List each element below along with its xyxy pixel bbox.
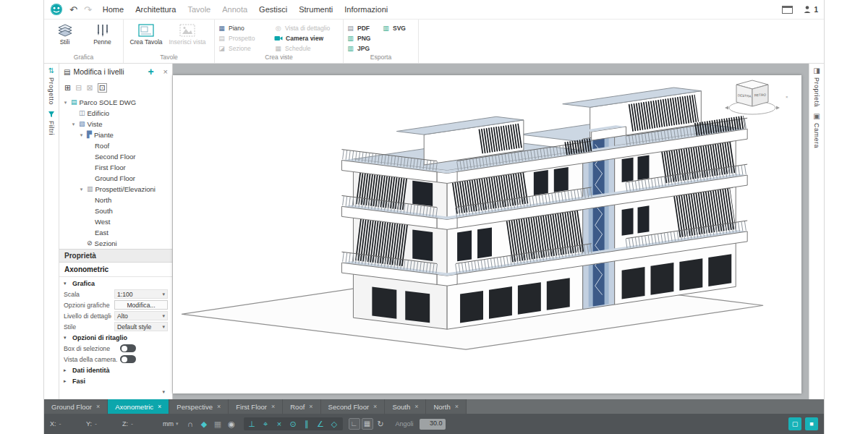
sezione-button[interactable]: ◪ Sezione (218, 44, 272, 53)
grid-icon[interactable]: ▦ (212, 418, 224, 430)
redo-icon[interactable]: ↷ (84, 5, 92, 14)
tree-caret-icon[interactable]: ▾ (62, 100, 69, 106)
close-tab-icon[interactable]: × (271, 403, 275, 410)
visibility-icon[interactable]: ◉ (226, 418, 238, 430)
inserisci-vista-button[interactable]: Inserisci vista (168, 22, 207, 46)
snap-parallel-icon[interactable]: ∥ (301, 418, 313, 430)
view-tab-perspective[interactable]: Perspective× (169, 399, 229, 414)
zoom-selection-icon[interactable]: ⊡ (98, 83, 107, 93)
prop-dropdown-scala[interactable]: 1:100▾ (114, 289, 168, 299)
menu-home[interactable]: Home (103, 5, 124, 14)
tree-item-second-floor[interactable]: Second Floor (59, 151, 172, 162)
tree-item-ground-floor[interactable]: Ground Floor (59, 173, 172, 184)
viewcube-close-icon[interactable]: × (786, 95, 788, 99)
prop-section-opzioni-di-ritaglio[interactable]: ▾Opzioni di ritaglio (59, 332, 172, 343)
menu-strumenti[interactable]: Strumenti (299, 5, 333, 14)
tree-item-south[interactable]: South (59, 205, 172, 216)
schedule-button[interactable]: ▦ Schedule (274, 44, 340, 53)
angle-input[interactable]: 30.0 (420, 419, 446, 430)
tree-item-first-floor[interactable]: First Floor (59, 162, 172, 173)
close-panel-icon[interactable]: × (163, 67, 168, 76)
duplicate-item-icon[interactable]: ⊟ (75, 84, 82, 92)
prospetto-button[interactable]: ▤ Prospetto (218, 34, 272, 43)
tree-item-edificio[interactable]: ◫Edificio (59, 108, 172, 119)
view-cube[interactable]: DESTRA RETRO × (716, 77, 791, 122)
tree-item-parco-sole-dwg[interactable]: ▾▤Parco SOLE DWG (59, 97, 172, 108)
export-pdf-button[interactable]: ▤ PDF (346, 24, 380, 33)
close-tab-icon[interactable]: × (217, 403, 221, 410)
prop-dropdown-x[interactable]: ▾ (114, 387, 168, 396)
drawing-sheet[interactable]: DESTRA RETRO × (173, 75, 801, 393)
export-svg-button[interactable]: ▥ SVG (382, 24, 414, 33)
snap-node-icon[interactable]: ◇ (328, 418, 341, 430)
tree-item-west[interactable]: West (59, 216, 172, 227)
layout-icon[interactable] (782, 6, 793, 14)
prop-dropdown-livello-di-dettaglio[interactable]: Alto▾ (114, 311, 168, 320)
snap-intersection-icon[interactable]: × (273, 418, 286, 430)
menu-architettura[interactable]: Architettura (135, 5, 176, 14)
close-tab-icon[interactable]: × (158, 403, 161, 410)
prop-section-fasi[interactable]: ▸Fasi (59, 375, 172, 386)
grid-mode-icon[interactable]: ▦ (362, 418, 373, 430)
tree-item-north[interactable]: North (59, 195, 172, 205)
view-tab-first-floor[interactable]: First Floor× (229, 399, 283, 414)
view-tab-north[interactable]: North× (426, 399, 467, 414)
view-tab-axonometric[interactable]: Axonometric× (108, 399, 169, 414)
view-tab-ground-floor[interactable]: Ground Floor× (44, 399, 108, 414)
viewcube-arrow-left[interactable] (725, 106, 728, 110)
toggle-vista-della-camera[interactable] (120, 355, 136, 363)
crea-tavola-button[interactable]: Crea Tavola (127, 22, 166, 46)
close-tab-icon[interactable]: × (309, 403, 312, 410)
sidebar-tab-progetto[interactable]: ⇅ Progetto (48, 67, 55, 105)
export-png-button[interactable]: ▥ PNG (346, 34, 380, 43)
tree-caret-icon[interactable]: ▾ (70, 122, 77, 127)
toggle-box-di-selezione[interactable] (120, 344, 136, 352)
delete-item-icon[interactable]: ⊠ (86, 84, 93, 92)
sidebar-tab-proprieta[interactable]: ◨ Proprietà (813, 67, 820, 107)
model-3d-view[interactable] (173, 75, 801, 393)
tree-item-east[interactable]: East (59, 227, 172, 238)
snap-center-icon[interactable]: ⊙ (287, 418, 299, 430)
rotate-snap-icon[interactable]: ↻ (375, 418, 387, 430)
stili-button[interactable]: Stili (47, 22, 82, 46)
close-tab-icon[interactable]: × (96, 403, 100, 410)
canvas-area[interactable]: DESTRA RETRO × (173, 64, 809, 399)
snap-angle-icon[interactable]: ∠ (315, 418, 327, 430)
view-tab-south[interactable]: South× (385, 399, 426, 414)
close-tab-icon[interactable]: × (455, 403, 459, 410)
tree-caret-icon[interactable]: ▾ (78, 187, 85, 192)
export-jpg-button[interactable]: ▥ JPG (346, 44, 380, 53)
prop-button-opzioni-grafiche[interactable]: Modifica... (114, 300, 168, 310)
menu-tavole[interactable]: Tavole (187, 5, 210, 14)
app-logo[interactable] (50, 3, 63, 16)
menu-gestisci[interactable]: Gestisci (259, 5, 287, 14)
prop-section-dati-identit[interactable]: ▸Dati identità (59, 365, 172, 375)
view-tab-second-floor[interactable]: Second Floor× (321, 399, 386, 414)
tree-item-prospetti-elevazioni[interactable]: ▾▥Prospetti/Elevazioni (59, 184, 172, 195)
undo-icon[interactable]: ↶ (69, 5, 77, 14)
close-tab-icon[interactable]: × (414, 403, 418, 410)
viewcube-arrow-right[interactable] (776, 106, 780, 110)
camera-view-button[interactable]: Camera view (274, 34, 340, 43)
menu-annota[interactable]: Annota (222, 5, 247, 14)
tree-item-viste[interactable]: ▾▧Viste (59, 119, 172, 129)
sidebar-tab-camera[interactable]: ▣ Camera (813, 113, 820, 148)
tree-item-sezioni[interactable]: ⊘Sezioni (59, 238, 172, 249)
snap-endpoint-icon[interactable]: ⊥ (246, 418, 258, 430)
tree-item-roof[interactable]: Roof (59, 140, 172, 151)
close-tab-icon[interactable]: × (373, 403, 377, 410)
vista-dettaglio-button[interactable]: ◎ Vista di dettaglio (274, 24, 340, 33)
penne-button[interactable]: Penne (85, 22, 120, 46)
menu-informazioni[interactable]: Informazioni (344, 5, 388, 14)
view-tab-roof[interactable]: Roof× (283, 399, 320, 414)
new-item-icon[interactable]: ⊞ (64, 84, 71, 92)
display-mode-button[interactable]: ■ (805, 417, 818, 430)
piano-button[interactable]: ▦ Piano (218, 24, 272, 33)
object-snap-icon[interactable]: ◆ (198, 418, 210, 430)
sidebar-tab-filtri[interactable]: Filtri (48, 111, 55, 135)
snap-midpoint-icon[interactable]: ⌖ (260, 418, 272, 430)
user-icon[interactable]: 1 (803, 5, 818, 14)
add-level-button[interactable]: + (148, 66, 153, 77)
view-settings-button[interactable]: ▢ (788, 417, 801, 430)
prop-dropdown-stile[interactable]: Default style▾ (114, 322, 168, 331)
